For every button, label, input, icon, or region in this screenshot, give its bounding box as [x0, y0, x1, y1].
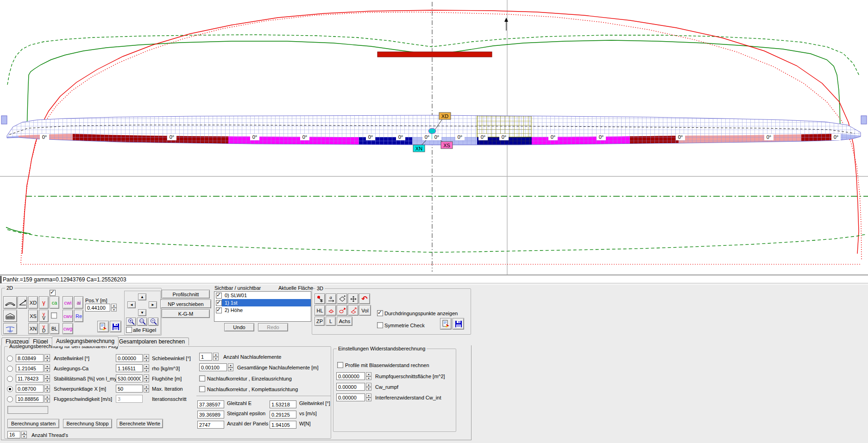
panel-view-button[interactable]	[337, 293, 347, 304]
radio-fluggeschwindigkeit[interactable]	[7, 396, 13, 402]
rho-spinner[interactable]: ▲▼	[144, 364, 149, 372]
nachlaufelemente-input[interactable]	[199, 353, 212, 361]
interferenz-input[interactable]	[336, 393, 365, 401]
view-3d-grid-button[interactable]	[3, 310, 17, 322]
surface-list-item[interactable]: 0) SLW01	[214, 292, 311, 299]
flughoehe-input[interactable]	[116, 374, 143, 382]
save-2d-button[interactable]	[110, 321, 121, 332]
surface-1-checkbox[interactable]	[216, 300, 222, 306]
2d-mid-checkbox[interactable]	[51, 312, 57, 318]
nachlauf-einzel-checkbox[interactable]	[199, 375, 205, 381]
wing-plot-canvas[interactable]: XDXSXN0°0°0°0°0°0°0°0°0°0°0°0°0°0°0°0°	[0, 0, 868, 275]
nachlaufelemente-spinner[interactable]: ▲▼	[213, 353, 219, 361]
auslegungs-ca-spinner[interactable]: ▲▼	[44, 364, 50, 372]
berechnung-stopp-button[interactable]: Berechnung Stopp	[63, 419, 112, 428]
threads-spinner[interactable]: ▲▼	[21, 431, 27, 438]
anstellwinkel-spinner[interactable]: ▲▼	[44, 354, 50, 362]
schwerpunktlage-input[interactable]	[16, 385, 44, 393]
schiebewinkel-spinner[interactable]: ▲▼	[144, 354, 149, 362]
berechnete-werte-button[interactable]: Berechnete Werte	[117, 419, 163, 428]
berechnung-starten-button[interactable]: Berechnung starten	[7, 419, 59, 428]
l-button[interactable]: L	[326, 317, 336, 326]
zp-button[interactable]: ZP	[314, 317, 325, 326]
cw-rumpf-spinner[interactable]: ▲▼	[366, 383, 371, 391]
paint-panels-button[interactable]	[314, 293, 325, 304]
durchdringung-checkbox[interactable]	[377, 310, 383, 316]
zoom-reset-button[interactable]: 1:1	[137, 318, 147, 326]
re-button[interactable]: Re	[74, 310, 83, 322]
radio-schwerpunktlage[interactable]	[7, 386, 13, 392]
pos-y-spinner[interactable]: ▲▼	[111, 304, 117, 312]
tab-auslegungsberechnung[interactable]: Auslegungsberechnung	[52, 337, 119, 346]
pan-up-button[interactable]: ▲	[138, 293, 146, 300]
surface-0-checkbox[interactable]	[216, 293, 222, 299]
save-3d-button[interactable]	[453, 318, 464, 330]
cwg-button[interactable]: cwg	[63, 323, 73, 334]
fluggeschwindigkeit-spinner[interactable]: ▲▼	[44, 395, 50, 403]
schwerpunktlage-spinner[interactable]: ▲▼	[44, 385, 50, 393]
schiebewinkel-input[interactable]	[116, 354, 143, 362]
np-verschieben-button[interactable]: NP verschieben	[160, 299, 211, 308]
gamma-button[interactable]: γ	[39, 296, 49, 309]
achs-button[interactable]: Achs	[337, 317, 352, 326]
anstellwinkel-input[interactable]	[16, 354, 44, 362]
export-2d-button[interactable]	[97, 321, 109, 332]
view-planform-button[interactable]	[3, 296, 17, 309]
pan-left-button[interactable]: ◄	[127, 301, 136, 308]
view-dihedral-button[interactable]	[18, 296, 27, 309]
xd-button[interactable]: XD	[28, 296, 38, 309]
blasenwiderstand-checkbox[interactable]	[337, 362, 343, 368]
pan-right-button[interactable]: ►	[149, 301, 157, 308]
vol-button[interactable]: Vol	[359, 305, 371, 316]
xn-button[interactable]: XN	[28, 323, 38, 334]
fluggeschwindigkeit-input[interactable]	[16, 395, 44, 403]
cwv-button[interactable]: cwv	[63, 310, 73, 322]
undo-button[interactable]: Undo	[224, 323, 254, 331]
rho-input[interactable]	[116, 364, 143, 372]
radio-auslegungs-ca[interactable]	[7, 366, 13, 372]
ca-button[interactable]: ca	[50, 296, 59, 309]
radio-stabilitaetsmass[interactable]	[7, 376, 13, 382]
zoom-in-button[interactable]	[126, 318, 136, 326]
symmetrie-checkbox[interactable]	[377, 322, 383, 328]
pan-down-button[interactable]: ▼	[138, 309, 146, 316]
max-iteration-spinner[interactable]: ▲▼	[144, 385, 149, 393]
cwi-button[interactable]: cwi	[63, 296, 73, 309]
gesamtlaenge-spinner[interactable]: ▲▼	[228, 363, 233, 371]
bl-button[interactable]: BL	[50, 323, 59, 334]
rumpfquerschnitt-input[interactable]	[336, 372, 365, 380]
reset-view-button[interactable]: ↶	[359, 293, 370, 304]
interferenz-spinner[interactable]: ▲▼	[366, 393, 371, 401]
red-arrow-panel-button[interactable]	[348, 305, 359, 316]
radio-anstellwinkel[interactable]	[7, 356, 13, 362]
tab-gesamtpolaren[interactable]: Gesamtpolaren berechnen	[115, 337, 189, 346]
profilschnitt-button[interactable]: Profilschnitt	[162, 290, 210, 299]
alpha-view-button[interactable]: α	[326, 293, 336, 304]
view-front-button[interactable]	[3, 323, 17, 334]
stabilitaetsmass-input[interactable]	[16, 374, 44, 382]
surface-list-item[interactable]: 1) 1st	[214, 299, 311, 306]
redo-button[interactable]: Redo	[258, 323, 288, 331]
threads-input[interactable]	[7, 431, 20, 438]
move-view-button[interactable]	[348, 293, 359, 304]
gesamtlaenge-input[interactable]	[199, 363, 227, 371]
cw-rumpf-input[interactable]	[336, 383, 365, 391]
surface-2-checkbox[interactable]	[216, 307, 222, 313]
gamma-d-button[interactable]: γD	[39, 323, 49, 334]
red-surface-button[interactable]	[326, 305, 336, 316]
red-pen-button[interactable]	[337, 305, 347, 316]
export-3d-button[interactable]	[440, 318, 452, 330]
nachlauf-komplett-checkbox[interactable]	[199, 386, 205, 392]
auslegungs-ca-input[interactable]	[16, 364, 44, 372]
xs-button[interactable]: XS	[28, 310, 38, 322]
kgm-button[interactable]: K-G-M	[162, 309, 210, 318]
alle-fluegel-checkbox[interactable]	[126, 327, 132, 333]
flughoehe-spinner[interactable]: ▲▼	[144, 374, 149, 382]
surface-list-item[interactable]: 2) Höhe	[214, 306, 311, 314]
gamma-v-button[interactable]: γV	[39, 310, 49, 322]
rumpfquerschnitt-spinner[interactable]: ▲▼	[366, 372, 371, 380]
ai-button[interactable]: ai	[74, 296, 83, 309]
zoom-out-button[interactable]	[148, 318, 158, 326]
hl-button[interactable]: HL	[314, 305, 325, 316]
surface-list[interactable]: 0) SLW01 1) 1st 2) Höhe	[214, 291, 311, 322]
